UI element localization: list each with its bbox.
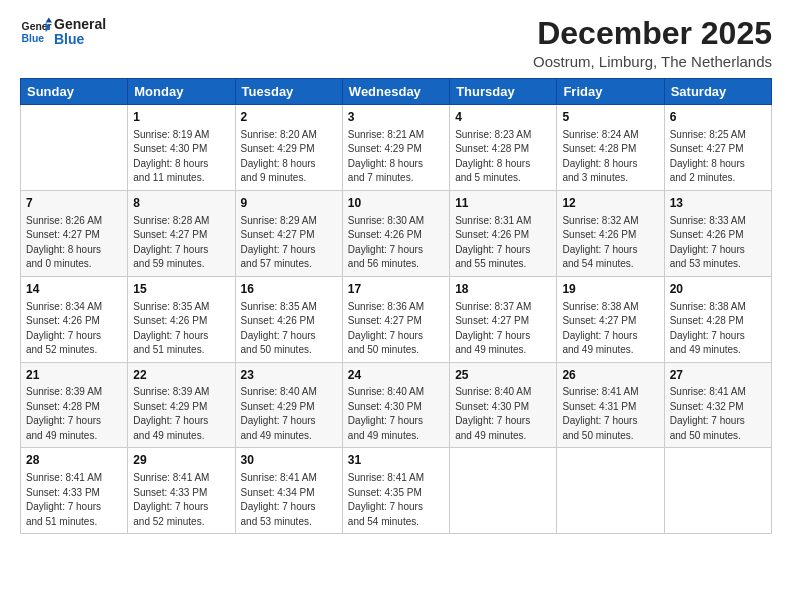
- day-info: Sunrise: 8:20 AMSunset: 4:29 PMDaylight:…: [241, 128, 337, 186]
- table-row: 26Sunrise: 8:41 AMSunset: 4:31 PMDayligh…: [557, 362, 664, 448]
- logo-icon: General Blue: [20, 16, 52, 48]
- day-number: 21: [26, 367, 122, 384]
- day-info: Sunrise: 8:33 AMSunset: 4:26 PMDaylight:…: [670, 214, 766, 272]
- table-row: 7Sunrise: 8:26 AMSunset: 4:27 PMDaylight…: [21, 190, 128, 276]
- col-saturday: Saturday: [664, 79, 771, 105]
- col-tuesday: Tuesday: [235, 79, 342, 105]
- day-number: 11: [455, 195, 551, 212]
- day-info: Sunrise: 8:41 AMSunset: 4:31 PMDaylight:…: [562, 385, 658, 443]
- day-info: Sunrise: 8:40 AMSunset: 4:30 PMDaylight:…: [348, 385, 444, 443]
- day-info: Sunrise: 8:39 AMSunset: 4:29 PMDaylight:…: [133, 385, 229, 443]
- table-row: 16Sunrise: 8:35 AMSunset: 4:26 PMDayligh…: [235, 276, 342, 362]
- table-row: [664, 448, 771, 534]
- day-info: Sunrise: 8:19 AMSunset: 4:30 PMDaylight:…: [133, 128, 229, 186]
- day-number: 2: [241, 109, 337, 126]
- day-info: Sunrise: 8:41 AMSunset: 4:33 PMDaylight:…: [133, 471, 229, 529]
- col-monday: Monday: [128, 79, 235, 105]
- day-number: 24: [348, 367, 444, 384]
- table-row: 18Sunrise: 8:37 AMSunset: 4:27 PMDayligh…: [450, 276, 557, 362]
- day-number: 6: [670, 109, 766, 126]
- table-row: 23Sunrise: 8:40 AMSunset: 4:29 PMDayligh…: [235, 362, 342, 448]
- table-row: 29Sunrise: 8:41 AMSunset: 4:33 PMDayligh…: [128, 448, 235, 534]
- day-info: Sunrise: 8:40 AMSunset: 4:30 PMDaylight:…: [455, 385, 551, 443]
- day-number: 13: [670, 195, 766, 212]
- day-number: 27: [670, 367, 766, 384]
- day-info: Sunrise: 8:23 AMSunset: 4:28 PMDaylight:…: [455, 128, 551, 186]
- col-sunday: Sunday: [21, 79, 128, 105]
- day-number: 12: [562, 195, 658, 212]
- table-row: 25Sunrise: 8:40 AMSunset: 4:30 PMDayligh…: [450, 362, 557, 448]
- table-row: 30Sunrise: 8:41 AMSunset: 4:34 PMDayligh…: [235, 448, 342, 534]
- day-number: 26: [562, 367, 658, 384]
- day-info: Sunrise: 8:29 AMSunset: 4:27 PMDaylight:…: [241, 214, 337, 272]
- day-number: 18: [455, 281, 551, 298]
- day-info: Sunrise: 8:36 AMSunset: 4:27 PMDaylight:…: [348, 300, 444, 358]
- day-info: Sunrise: 8:38 AMSunset: 4:27 PMDaylight:…: [562, 300, 658, 358]
- month-title: December 2025: [533, 16, 772, 51]
- table-row: 12Sunrise: 8:32 AMSunset: 4:26 PMDayligh…: [557, 190, 664, 276]
- day-info: Sunrise: 8:28 AMSunset: 4:27 PMDaylight:…: [133, 214, 229, 272]
- logo: General Blue General Blue: [20, 16, 106, 48]
- svg-text:Blue: Blue: [22, 33, 45, 44]
- day-number: 7: [26, 195, 122, 212]
- day-info: Sunrise: 8:37 AMSunset: 4:27 PMDaylight:…: [455, 300, 551, 358]
- table-row: 31Sunrise: 8:41 AMSunset: 4:35 PMDayligh…: [342, 448, 449, 534]
- day-info: Sunrise: 8:39 AMSunset: 4:28 PMDaylight:…: [26, 385, 122, 443]
- day-info: Sunrise: 8:34 AMSunset: 4:26 PMDaylight:…: [26, 300, 122, 358]
- day-number: 9: [241, 195, 337, 212]
- table-row: 1Sunrise: 8:19 AMSunset: 4:30 PMDaylight…: [128, 105, 235, 191]
- day-number: 25: [455, 367, 551, 384]
- location: Oostrum, Limburg, The Netherlands: [533, 53, 772, 70]
- day-number: 5: [562, 109, 658, 126]
- day-info: Sunrise: 8:32 AMSunset: 4:26 PMDaylight:…: [562, 214, 658, 272]
- day-info: Sunrise: 8:40 AMSunset: 4:29 PMDaylight:…: [241, 385, 337, 443]
- day-number: 15: [133, 281, 229, 298]
- day-info: Sunrise: 8:41 AMSunset: 4:33 PMDaylight:…: [26, 471, 122, 529]
- table-row: 21Sunrise: 8:39 AMSunset: 4:28 PMDayligh…: [21, 362, 128, 448]
- table-row: 5Sunrise: 8:24 AMSunset: 4:28 PMDaylight…: [557, 105, 664, 191]
- day-info: Sunrise: 8:41 AMSunset: 4:35 PMDaylight:…: [348, 471, 444, 529]
- day-number: 14: [26, 281, 122, 298]
- calendar-week-row: 7Sunrise: 8:26 AMSunset: 4:27 PMDaylight…: [21, 190, 772, 276]
- header: General Blue General Blue December 2025 …: [20, 16, 772, 70]
- day-number: 20: [670, 281, 766, 298]
- day-number: 17: [348, 281, 444, 298]
- calendar-week-row: 14Sunrise: 8:34 AMSunset: 4:26 PMDayligh…: [21, 276, 772, 362]
- day-info: Sunrise: 8:35 AMSunset: 4:26 PMDaylight:…: [241, 300, 337, 358]
- table-row: 20Sunrise: 8:38 AMSunset: 4:28 PMDayligh…: [664, 276, 771, 362]
- calendar: Sunday Monday Tuesday Wednesday Thursday…: [20, 78, 772, 534]
- table-row: 10Sunrise: 8:30 AMSunset: 4:26 PMDayligh…: [342, 190, 449, 276]
- day-number: 8: [133, 195, 229, 212]
- table-row: 2Sunrise: 8:20 AMSunset: 4:29 PMDaylight…: [235, 105, 342, 191]
- day-info: Sunrise: 8:35 AMSunset: 4:26 PMDaylight:…: [133, 300, 229, 358]
- day-info: Sunrise: 8:30 AMSunset: 4:26 PMDaylight:…: [348, 214, 444, 272]
- col-friday: Friday: [557, 79, 664, 105]
- day-number: 3: [348, 109, 444, 126]
- day-number: 22: [133, 367, 229, 384]
- day-info: Sunrise: 8:31 AMSunset: 4:26 PMDaylight:…: [455, 214, 551, 272]
- day-number: 16: [241, 281, 337, 298]
- day-info: Sunrise: 8:41 AMSunset: 4:34 PMDaylight:…: [241, 471, 337, 529]
- col-wednesday: Wednesday: [342, 79, 449, 105]
- day-info: Sunrise: 8:38 AMSunset: 4:28 PMDaylight:…: [670, 300, 766, 358]
- table-row: 9Sunrise: 8:29 AMSunset: 4:27 PMDaylight…: [235, 190, 342, 276]
- day-number: 29: [133, 452, 229, 469]
- table-row: 27Sunrise: 8:41 AMSunset: 4:32 PMDayligh…: [664, 362, 771, 448]
- table-row: 22Sunrise: 8:39 AMSunset: 4:29 PMDayligh…: [128, 362, 235, 448]
- page: General Blue General Blue December 2025 …: [0, 0, 792, 612]
- table-row: [450, 448, 557, 534]
- day-info: Sunrise: 8:24 AMSunset: 4:28 PMDaylight:…: [562, 128, 658, 186]
- table-row: [21, 105, 128, 191]
- table-row: 24Sunrise: 8:40 AMSunset: 4:30 PMDayligh…: [342, 362, 449, 448]
- table-row: 8Sunrise: 8:28 AMSunset: 4:27 PMDaylight…: [128, 190, 235, 276]
- calendar-header-row: Sunday Monday Tuesday Wednesday Thursday…: [21, 79, 772, 105]
- svg-marker-3: [46, 18, 52, 23]
- table-row: [557, 448, 664, 534]
- table-row: 15Sunrise: 8:35 AMSunset: 4:26 PMDayligh…: [128, 276, 235, 362]
- day-info: Sunrise: 8:25 AMSunset: 4:27 PMDaylight:…: [670, 128, 766, 186]
- day-number: 28: [26, 452, 122, 469]
- table-row: 11Sunrise: 8:31 AMSunset: 4:26 PMDayligh…: [450, 190, 557, 276]
- calendar-week-row: 28Sunrise: 8:41 AMSunset: 4:33 PMDayligh…: [21, 448, 772, 534]
- calendar-week-row: 1Sunrise: 8:19 AMSunset: 4:30 PMDaylight…: [21, 105, 772, 191]
- day-info: Sunrise: 8:41 AMSunset: 4:32 PMDaylight:…: [670, 385, 766, 443]
